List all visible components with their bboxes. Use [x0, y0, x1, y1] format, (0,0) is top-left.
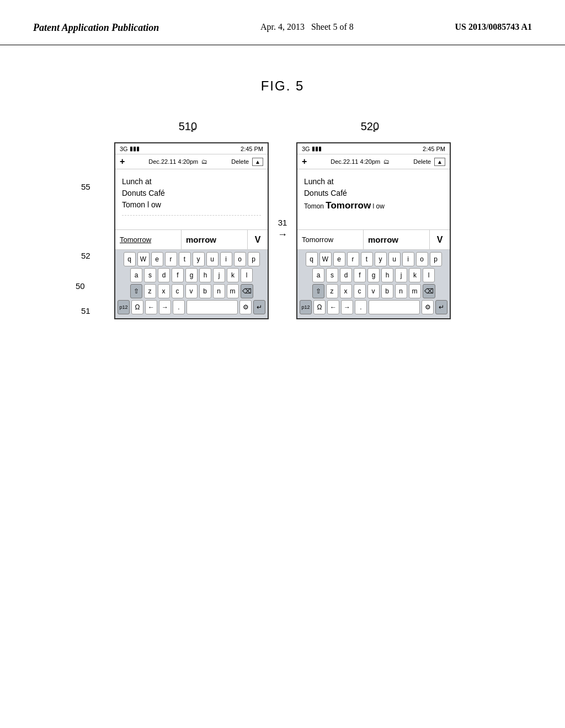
toolbar-up-520[interactable]: ▲ [434, 158, 445, 166]
key-settings-520[interactable]: ⚙ [422, 300, 434, 314]
toolbar-delete-520[interactable]: Delete [413, 158, 431, 165]
key-right-520[interactable]: → [341, 300, 353, 314]
key-omega-510[interactable]: Ω [131, 300, 143, 314]
key-p12-520[interactable]: p12 [300, 300, 312, 314]
key-l-510[interactable]: l [241, 268, 253, 282]
phone-510-wrapper: 510 ↙ 55 52 50 51 3G ▮▮▮ 2:45 PM [114, 121, 269, 319]
key-z-520[interactable]: z [326, 284, 338, 298]
key-shift-510[interactable]: ⇧ [130, 284, 142, 298]
key-m-520[interactable]: m [409, 284, 421, 298]
toolbar-delete-510[interactable]: Delete [231, 158, 249, 165]
key-period-520[interactable]: . [355, 300, 367, 314]
key-h-510[interactable]: h [199, 268, 211, 282]
key-n-520[interactable]: n [395, 284, 407, 298]
toolbar-plus-510[interactable]: + [120, 157, 125, 167]
key-m-510[interactable]: m [227, 284, 239, 298]
key-o-510[interactable]: o [234, 252, 246, 266]
toolbar-up-510[interactable]: ▲ [252, 158, 263, 166]
toolbar-plus-520[interactable]: + [302, 157, 307, 167]
pred-word2-520[interactable]: morrow [364, 230, 430, 249]
key-b-510[interactable]: b [199, 284, 211, 298]
key-x-510[interactable]: x [158, 284, 170, 298]
pred-dropdown-520[interactable]: V [430, 230, 450, 249]
key-shift-520[interactable]: ⇧ [312, 284, 324, 298]
key-g-510[interactable]: g [185, 268, 198, 282]
status-bar-510: 3G ▮▮▮ 2:45 PM [115, 143, 268, 154]
key-q-520[interactable]: q [306, 252, 318, 266]
toolbar-520: + Dec.22.11 4:20pm 🗂 Delete ▲ [297, 154, 450, 169]
key-b-520[interactable]: b [381, 284, 393, 298]
key-enter-520[interactable]: ↵ [435, 300, 447, 314]
key-t-510[interactable]: t [179, 252, 191, 266]
key-h-520[interactable]: h [381, 268, 393, 282]
key-row2-520: a s d f g h j k l [300, 268, 447, 282]
pred-word2-510[interactable]: morrow [182, 230, 248, 249]
key-j-510[interactable]: j [213, 268, 225, 282]
predictive-bar-510[interactable]: Tomorrow morrow V [115, 230, 268, 250]
key-x-520[interactable]: x [340, 284, 352, 298]
key-g-520[interactable]: g [367, 268, 380, 282]
key-backspace-520[interactable]: ⌫ [423, 284, 435, 298]
header-date: Apr. 4, 2013 [260, 22, 305, 31]
key-backspace-510[interactable]: ⌫ [241, 284, 253, 298]
key-k-520[interactable]: k [409, 268, 421, 282]
key-f-510[interactable]: f [172, 268, 184, 282]
key-w-520[interactable]: W [319, 252, 332, 266]
key-row4-520: p12 Ω ← → . ⚙ ↵ [300, 300, 447, 314]
bracket-arrow-510: ↙ [190, 126, 196, 133]
key-right-510[interactable]: → [159, 300, 171, 314]
key-period-510[interactable]: . [173, 300, 185, 314]
key-left-520[interactable]: ← [327, 300, 339, 314]
key-row3-510: ⇧ z x c v b n m ⌫ [118, 284, 265, 298]
key-e-520[interactable]: e [333, 252, 345, 266]
key-space-510[interactable] [186, 300, 238, 314]
note-line2-520: Donuts Café [304, 188, 443, 199]
key-r-510[interactable]: r [165, 252, 177, 266]
key-d-520[interactable]: d [340, 268, 352, 282]
key-q-510[interactable]: q [124, 252, 136, 266]
key-v-510[interactable]: v [185, 284, 198, 298]
key-row1-520: q W e r t y u i o p [300, 252, 447, 266]
pred-word1-520[interactable]: Tomorrow [297, 230, 364, 249]
key-u-510[interactable]: u [206, 252, 218, 266]
key-z-510[interactable]: z [144, 284, 156, 298]
key-w-510[interactable]: W [137, 252, 150, 266]
key-c-510[interactable]: c [172, 284, 184, 298]
key-t-520[interactable]: t [361, 252, 373, 266]
key-d-510[interactable]: d [158, 268, 170, 282]
key-i-520[interactable]: i [402, 252, 414, 266]
key-y-520[interactable]: y [375, 252, 387, 266]
key-p-520[interactable]: p [430, 252, 442, 266]
key-e-510[interactable]: e [151, 252, 163, 266]
key-y-510[interactable]: y [193, 252, 205, 266]
key-space-520[interactable] [369, 300, 420, 314]
key-settings-510[interactable]: ⚙ [239, 300, 252, 314]
key-l-520[interactable]: l [423, 268, 435, 282]
key-n-510[interactable]: n [213, 284, 225, 298]
key-p12-510[interactable]: p12 [118, 300, 130, 314]
predictive-bar-520[interactable]: Tomorrow morrow V [297, 230, 450, 250]
pred-dropdown-510[interactable]: V [248, 230, 268, 249]
key-j-520[interactable]: j [395, 268, 407, 282]
pred-word1-510[interactable]: Tomorrow [115, 230, 182, 249]
key-f-520[interactable]: f [354, 268, 366, 282]
key-s-510[interactable]: s [144, 268, 156, 282]
key-omega-520[interactable]: Ω [313, 300, 326, 314]
key-o-520[interactable]: o [416, 252, 428, 266]
status-bar-520: 3G ▮▮▮ 2:45 PM [297, 143, 450, 154]
key-r-520[interactable]: r [347, 252, 359, 266]
page-header: Patent Application Publication Apr. 4, 2… [0, 0, 565, 45]
key-a-510[interactable]: a [130, 268, 142, 282]
key-left-510[interactable]: ← [145, 300, 157, 314]
key-i-510[interactable]: i [220, 252, 232, 266]
key-a-520[interactable]: a [312, 268, 324, 282]
key-c-520[interactable]: c [354, 284, 366, 298]
key-k-510[interactable]: k [227, 268, 239, 282]
key-u-520[interactable]: u [388, 252, 401, 266]
key-s-520[interactable]: s [326, 268, 338, 282]
key-p-510[interactable]: p [248, 252, 260, 266]
key-v-520[interactable]: v [367, 284, 380, 298]
arrow-between: → [278, 229, 287, 240]
key-enter-510[interactable]: ↵ [253, 300, 265, 314]
status-3g-510: 3G [120, 146, 128, 152]
